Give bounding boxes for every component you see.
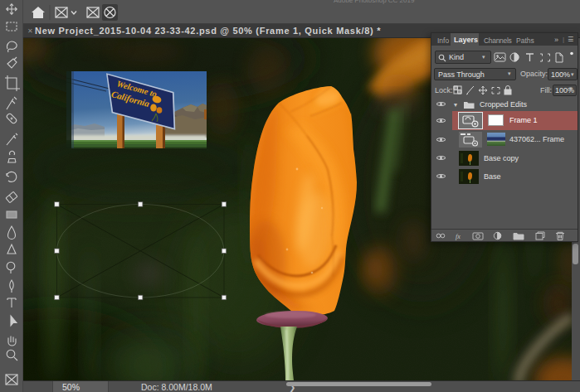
svg-text:fx: fx	[456, 233, 461, 240]
